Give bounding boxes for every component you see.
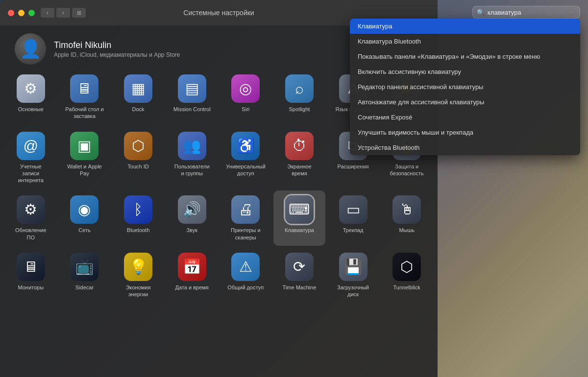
forward-button[interactable]: › [56,8,70,18]
icon-wrapper-sharing: ⚠ [231,253,260,281]
icon-item-users[interactable]: 👥Пользователи и группы [166,127,218,189]
icon-wrapper-monitors: 🖥 [17,253,45,281]
icon-item-general[interactable]: ⚙Основные [5,70,57,125]
keyboard-icon: ⌨ [289,202,310,217]
icon-wrapper-network: ◉ [70,195,98,224]
sharing-icon: ⚠ [239,259,252,274]
touchid-icon: ⬡ [132,139,145,153]
icon-item-timemachine[interactable]: ⟳Time Machine [273,248,325,303]
search-container: 🔍 × [472,6,580,19]
icon-item-spotlight[interactable]: ⌕Spotlight [273,70,325,125]
mouse-label: Мышь [399,227,415,234]
dropdown-item-expose[interactable]: Сочетания Exposé [350,110,580,125]
printers-label: Принтеры и сканеры [226,227,265,241]
icon-wrapper-general: ⚙ [17,74,45,103]
desktop-icon: 🖥 [77,81,92,96]
bluetooth-label: Bluetooth [127,227,149,234]
siri-icon: ◎ [239,81,252,96]
dropdown-item-show-panels[interactable]: Показывать панели «Клавиатура» и «Эмодзи… [350,49,580,64]
icon-item-bluetooth[interactable]: ᛒBluetooth [112,190,164,246]
accessibility-icon: ♿ [237,139,255,153]
icon-item-datetime[interactable]: 📅Дата и время [166,248,218,303]
icon-wrapper-mouse: 🖱 [392,195,421,224]
monitors-icon: 🖥 [24,259,38,274]
network-label: Сеть [78,227,90,234]
icon-item-network[interactable]: ◉Сеть [59,190,111,246]
sound-icon: 🔊 [183,202,201,217]
minimize-button[interactable] [18,10,24,16]
icon-wrapper-software: ⚙ [17,195,45,224]
dropdown-item-mouse-visibility[interactable]: Улучшить видимость мыши и трекпада [350,125,580,140]
icon-wrapper-accounts: @ [17,132,45,160]
icon-wrapper-wallet: ▣ [70,132,98,160]
icon-item-sound[interactable]: 🔊Звук [166,190,218,246]
icon-item-printers[interactable]: 🖨Принтеры и сканеры [220,190,272,246]
mouse-icon: 🖱 [399,202,414,217]
icon-wrapper-bluetooth: ᛒ [124,195,152,224]
printers-icon: 🖨 [238,202,253,217]
icon-wrapper-timemachine: ⟳ [285,253,314,281]
timemachine-icon: ⟳ [293,259,305,274]
dropdown-item-bluetooth-keyboard[interactable]: Клавиатура Bluetooth [350,34,580,49]
tunnelblick-icon: ⬡ [400,259,413,274]
icon-wrapper-keyboard: ⌨ [285,195,314,224]
icon-item-screentime[interactable]: ⏱Экранное время [273,127,325,189]
icon-item-mission[interactable]: ▤Mission Control [166,70,218,125]
dropdown-item-enable-assistive[interactable]: Включить ассистивную клавиатуру [350,64,580,79]
software-icon: ⚙ [24,202,37,217]
dock-icon: ▦ [131,81,145,96]
icon-wrapper-trackpad: ▭ [339,195,368,224]
accessibility-label: Универсальный доступ [226,163,265,177]
search-dropdown: КлавиатураКлавиатура BluetoothПоказывать… [350,19,580,155]
energy-label: Экономия энергии [119,284,158,298]
avatar[interactable]: 👤 [15,33,46,65]
general-icon: ⚙ [24,81,37,96]
close-button[interactable] [8,10,14,16]
icon-item-software[interactable]: ⚙Обновление ПО [5,190,57,246]
desktop-label: Рабочий стол и заставка [65,106,104,120]
icon-item-monitors[interactable]: 🖥Мониторы [5,248,57,303]
icon-wrapper-sidecar: 📺 [70,253,98,281]
icon-item-siri[interactable]: ◎Siri [220,70,272,125]
datetime-label: Дата и время [175,284,209,291]
maximize-button[interactable] [28,10,35,16]
icon-item-mouse[interactable]: 🖱Мышь [381,190,433,246]
icon-item-dock[interactable]: ▦Dock [112,70,164,125]
accounts-icon: @ [24,139,38,153]
icon-item-energy[interactable]: 💡Экономия энергии [112,248,164,303]
icon-item-accounts[interactable]: @Учетные записи интернета [5,127,57,189]
dropdown-item-editor-assistive[interactable]: Редактор панели ассистивной клавиатуры [350,79,580,94]
icon-wrapper-users: 👥 [178,132,206,160]
users-icon: 👥 [183,139,201,153]
search-clear-button[interactable]: × [568,8,576,16]
icon-item-trackpad[interactable]: ▭Трекпад [327,190,379,246]
search-box: 🔍 × [472,6,580,19]
icon-item-accessibility[interactable]: ♿Универсальный доступ [220,127,272,189]
extensions-label: Расширения [338,163,369,170]
dropdown-item-auto-assistive[interactable]: Автонажатие для ассистивной клавиатуры [350,94,580,110]
spotlight-label: Spotlight [289,106,310,113]
icon-item-sharing[interactable]: ⚠Общий доступ [220,248,272,303]
screentime-label: Экранное время [280,163,319,177]
traffic-lights [8,10,35,16]
search-input[interactable] [488,9,565,16]
icon-item-desktop[interactable]: 🖥Рабочий стол и заставка [59,70,111,125]
dropdown-item-keyboard[interactable]: Клавиатура [350,19,580,34]
datetime-icon: 📅 [183,259,201,274]
icon-item-keyboard[interactable]: ⌨Клавиатура [273,190,325,246]
icon-item-tunnelblick[interactable]: ⬡Tunnelblick [381,248,433,303]
icon-item-touchid[interactable]: ⬡Touch ID [112,127,164,189]
icon-wrapper-touchid: ⬡ [124,132,152,160]
user-subtitle: Apple ID, iCloud, медиаматериалы и App S… [54,51,180,58]
back-button[interactable]: ‹ [41,8,54,18]
icon-item-wallet[interactable]: ▣Wallet и Apple Pay [59,127,111,189]
dropdown-item-bluetooth-devices[interactable]: Устройства Bluetooth [350,140,580,155]
grid-button[interactable]: ⊞ [72,8,86,18]
icon-item-startup[interactable]: 💾Загрузочный диск [327,248,379,303]
icon-item-sidecar[interactable]: 📺Sidecar [59,248,111,303]
icon-wrapper-mission: ▤ [178,74,206,103]
accounts-label: Учетные записи интернета [11,163,50,184]
icon-wrapper-spotlight: ⌕ [285,74,314,103]
spotlight-icon: ⌕ [295,81,304,96]
dock-label: Dock [132,106,145,113]
